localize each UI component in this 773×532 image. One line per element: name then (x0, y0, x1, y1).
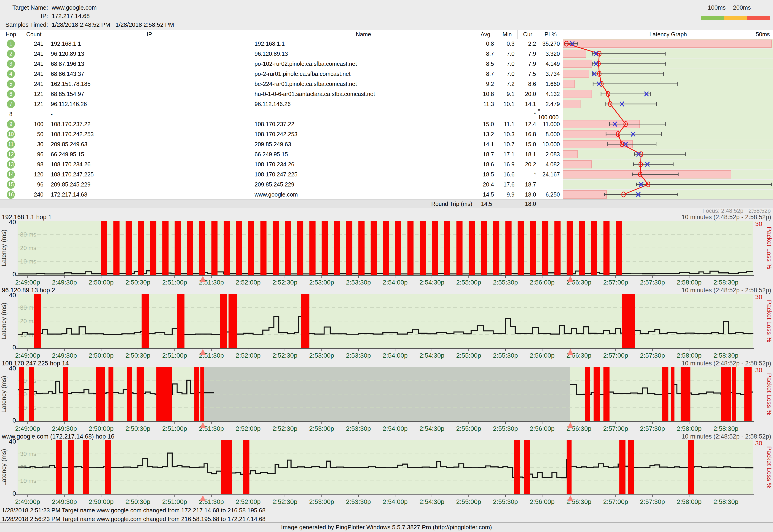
loss-bar (514, 440, 520, 494)
loss-bar (579, 221, 585, 275)
time-tick-label: 2:55:30p (493, 279, 518, 286)
min-cell: 16.6 (497, 169, 517, 179)
hop-cell: 9 (0, 119, 22, 129)
packet-loss-bar (563, 40, 772, 48)
table-row[interactable]: 612168.85.154.97hu-0-1-0-6-ar01.santacla… (0, 89, 563, 99)
loss-bar (177, 294, 184, 348)
packet-loss-bar (563, 50, 586, 58)
table-row[interactable]: 1596209.85.245.229209.85.245.22920.417.6… (0, 179, 563, 189)
packet-loss-bar (563, 60, 592, 68)
latency-graph-column[interactable] (563, 39, 773, 199)
time-tick-label: 2:49:30p (52, 425, 77, 432)
table-row[interactable]: 1130209.85.249.63209.85.249.6314.110.715… (0, 139, 563, 149)
loss-bar (248, 221, 254, 275)
col-header-hop[interactable]: Hop (0, 30, 22, 39)
col-header-cur[interactable]: Cur (517, 30, 538, 39)
time-tick-label: 2:52:30p (272, 425, 297, 432)
timeline-graph-hop2[interactable]: 96.120.89.13 hop 210 minutes (2:48:52p -… (0, 287, 773, 360)
cur-cell: 20.2 (517, 159, 538, 169)
table-row[interactable]: 1241192.168.1.1192.168.1.10.80.32.235.27… (0, 39, 563, 49)
round-trip-row: Round Trip (ms) 14.5 18.0 (0, 199, 773, 208)
col-header-avg[interactable]: Avg (474, 30, 497, 39)
hop-cell: 10 (0, 129, 22, 139)
pl-cell: 3.320 (538, 49, 563, 59)
loss-bar (211, 221, 218, 275)
table-row[interactable]: 9100108.170.237.22108.170.237.2215.011.1… (0, 119, 563, 129)
min-cell: 7.2 (497, 79, 517, 89)
hop-cell: 5 (0, 79, 22, 89)
time-tick-label: 2:54:00p (383, 279, 408, 286)
loss-bar (162, 221, 168, 275)
timeline-plot: 96.120.89.13 hop 210 minutes (2:48:52p -… (0, 287, 773, 360)
loss-bar (481, 221, 487, 275)
loss-bar (309, 221, 316, 275)
table-row[interactable]: 5241162.151.78.185be-224-rar01.pinole.ca… (0, 79, 563, 89)
loss-bar (688, 440, 694, 494)
col-header-count[interactable]: Count (22, 30, 46, 39)
timeline-graph-hop14[interactable]: 108.170.247.225 hop 1410 minutes (2:48:5… (0, 360, 773, 433)
loss-bar (585, 367, 590, 421)
grid-label: 30 ms (20, 231, 36, 238)
table-row[interactable]: 324168.87.196.13po-102-rur02.pinole.ca.s… (0, 59, 563, 69)
graph-row-bg (563, 109, 773, 119)
loss-bar (554, 221, 560, 275)
cur-cell: 16.8 (517, 129, 538, 139)
avg-cell: 0.8 (474, 39, 497, 49)
table-row[interactable]: 16240172.217.14.68www.google.com14.59.91… (0, 189, 563, 199)
loss-max-label: 30 (755, 220, 762, 227)
loss-bar (261, 221, 267, 275)
col-header-min[interactable]: Min (497, 30, 517, 39)
min-cell (497, 109, 517, 119)
min-cell: 10.1 (497, 99, 517, 109)
time-tick-label: 2:55:30p (493, 425, 518, 432)
col-header-ip[interactable]: IP (46, 30, 253, 39)
avg-cell: 14.5 (474, 189, 497, 199)
name-cell: 66.249.95.15 (253, 149, 474, 159)
time-tick-label: 2:50:30p (125, 498, 150, 505)
timeline-plot: 108.170.247.225 hop 1410 minutes (2:48:5… (0, 360, 773, 433)
time-tick-label: 2:56:00p (530, 352, 554, 359)
cur-cell: 7.5 (517, 69, 538, 79)
col-header-pl[interactable]: PL% (538, 30, 563, 39)
col-header-latency-graph[interactable]: Latency Graph 50ms (563, 30, 773, 39)
table-row[interactable]: 1050108.170.242.253108.170.242.25313.210… (0, 129, 563, 139)
time-tick-label: 2:53:00p (309, 425, 334, 432)
time-tick-label: 2:51:00p (162, 498, 187, 505)
loss-max-label: 30 (755, 293, 762, 301)
samples-timed-value: 1/28/2018 2:48:52 PM - 1/28/2018 2:58:52… (52, 21, 174, 29)
packet-loss-bar (563, 70, 589, 78)
min-cell: 7.0 (497, 59, 517, 69)
table-row[interactable]: 129666.249.95.1566.249.95.1518.717.118.1… (0, 149, 563, 159)
table-row[interactable]: 424168.86.143.37po-2-rur01.pinole.ca.sfb… (0, 69, 563, 79)
name-cell: hu-0-1-0-6-ar01.santaclara.ca.sfba.comca… (253, 89, 474, 99)
timeline-plot: 192.168.1.1 hop 110 minutes (2:48:52p - … (0, 214, 773, 287)
table-row[interactable]: 1398108.170.234.26108.170.234.2618.616.9… (0, 159, 563, 169)
loss-bar (285, 221, 291, 275)
time-tick-label: 2:58:00p (677, 425, 702, 432)
table-row[interactable]: 14120108.170.247.225108.170.247.22518.51… (0, 169, 563, 179)
pl-cell: * 100.000 (538, 109, 563, 119)
timeline-graph-hop1[interactable]: 192.168.1.1 hop 110 minutes (2:48:52p - … (0, 214, 773, 287)
timeline-graph-hop16[interactable]: www.google.com (172.217.14.68) hop 1610 … (0, 433, 773, 506)
time-tick-label: 2:52:00p (236, 498, 261, 505)
table-row[interactable]: 8-** 100.000 (0, 109, 563, 119)
table-row[interactable]: 224196.120.89.1396.120.89.138.77.07.93.3… (0, 49, 563, 59)
hop-cell: 7 (0, 99, 22, 109)
ip-cell: 68.86.143.37 (46, 69, 253, 79)
min-cell: 16.9 (497, 159, 517, 169)
count-cell: 241 (22, 49, 46, 59)
loss-bar (221, 440, 232, 494)
y-min-label: 0 (12, 344, 16, 351)
loss-bar (358, 221, 365, 275)
table-row[interactable]: 712196.112.146.2696.112.146.2611.310.114… (0, 99, 563, 109)
legend-yellow-segment (724, 16, 747, 20)
pl-cell: 6.250 (538, 189, 563, 199)
ip-cell: 96.112.146.26 (46, 99, 253, 109)
ip-cell: 209.85.245.229 (46, 179, 253, 189)
name-cell: 108.170.237.22 (253, 119, 474, 129)
target-ip-label: IP: (0, 12, 48, 20)
col-header-name[interactable]: Name (253, 30, 474, 39)
avg-cell: 10.8 (474, 89, 497, 99)
loss-bar (493, 221, 499, 275)
packet-loss-bar (563, 191, 607, 198)
